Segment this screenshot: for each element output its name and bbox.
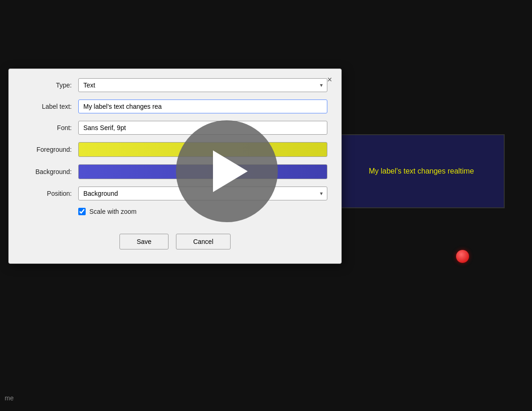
label-text-label: Label text:: [23, 103, 78, 110]
scale-label: Scale with zoom: [89, 208, 137, 215]
preview-text: My label's text changes realtime: [369, 167, 474, 175]
play-icon: [213, 150, 248, 192]
scale-checkbox[interactable]: [78, 208, 86, 215]
foreground-row: Foreground:: [23, 142, 327, 157]
type-select[interactable]: Text Image Shape: [78, 78, 327, 92]
play-button[interactable]: [176, 120, 278, 222]
label-text-control: [78, 100, 327, 113]
background-label: Background:: [23, 168, 78, 175]
dialog-buttons: Save Cancel: [23, 234, 327, 249]
record-indicator: [456, 250, 469, 263]
background-row: Background:: [23, 164, 327, 179]
label-text-input[interactable]: [78, 100, 327, 113]
preview-panel: My label's text changes realtime: [338, 134, 505, 208]
cancel-button[interactable]: Cancel: [176, 234, 231, 249]
type-control: Text Image Shape ▾: [78, 78, 327, 92]
type-select-wrapper: Text Image Shape ▾: [78, 78, 327, 92]
font-row: Font:: [23, 121, 327, 135]
type-row: Type: Text Image Shape ▾: [23, 78, 327, 92]
bottom-hint: me: [5, 394, 13, 402]
foreground-label: Foreground:: [23, 146, 78, 153]
font-label: Font:: [23, 124, 78, 131]
label-text-row: Label text:: [23, 100, 327, 113]
label-editor-dialog: × Type: Text Image Shape ▾ Label text: F…: [8, 68, 342, 264]
type-label: Type:: [23, 81, 78, 89]
position-row: Position: Background Foreground Center ▾: [23, 187, 327, 200]
position-label: Position:: [23, 190, 78, 197]
save-button[interactable]: Save: [119, 234, 169, 249]
